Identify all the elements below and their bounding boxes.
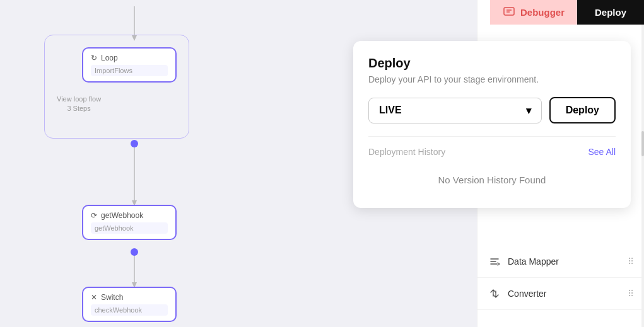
loop-type: Loop [101, 54, 118, 62]
connector-dot-2 [131, 248, 138, 256]
sidebar-item-data-mapper[interactable]: Data Mapper ⠿ [477, 246, 644, 278]
deploy-panel-title: Deploy [368, 56, 616, 71]
debugger-button[interactable]: Debugger [490, 0, 577, 25]
converter-label: Converter [508, 289, 546, 299]
deploy-history-header: Deployment History See All [368, 147, 616, 157]
deploy-panel-subtitle: Deploy your API to your stage environmen… [368, 74, 616, 84]
debugger-label: Debugger [520, 7, 565, 18]
webhook-node[interactable]: ⟳ getWebhook getWebhook [82, 205, 177, 240]
deploy-panel-button[interactable]: Deploy [549, 97, 616, 123]
switch-node[interactable]: ✕ Switch checkWebhook [82, 287, 177, 322]
deploy-panel: Deploy Deploy your API to your stage env… [353, 41, 631, 208]
loop-node[interactable]: ↻ Loop ImportFlows [82, 47, 177, 83]
drag-icon-data-mapper: ⠿ [628, 256, 634, 267]
webhook-name: getWebhook [91, 222, 168, 234]
chevron-down-icon: ▾ [526, 105, 531, 117]
env-select[interactable]: LIVE ▾ [368, 98, 542, 123]
webhook-icon: ⟳ [91, 211, 97, 220]
switch-name: checkWebhook [91, 304, 168, 316]
loop-name: ImportFlows [91, 65, 168, 76]
scrollbar-track [641, 0, 644, 327]
top-toolbar: Debugger Deploy [490, 0, 644, 25]
connector-dot-1 [131, 140, 138, 147]
deploy-divider [368, 136, 616, 137]
switch-type: Switch [101, 293, 123, 302]
webhook-type: getWebhook [101, 211, 143, 220]
loop-info: View loop flow 3 Steps [57, 95, 101, 114]
deploy-top-label: Deploy [595, 7, 626, 18]
deploy-row: LIVE ▾ Deploy [368, 97, 616, 123]
env-value: LIVE [379, 105, 402, 116]
data-mapper-label: Data Mapper [508, 256, 559, 267]
drag-icon-converter: ⠿ [628, 289, 634, 299]
see-all-link[interactable]: See All [588, 147, 616, 157]
deploy-empty-message: No Version History Found [368, 167, 616, 193]
deploy-top-button[interactable]: Deploy [577, 0, 644, 25]
flow-canvas: ↻ Loop ImportFlows View loop flow 3 Step… [0, 0, 353, 327]
sidebar-item-converter[interactable]: Converter ⠿ [477, 278, 644, 310]
deploy-history-label: Deployment History [368, 147, 445, 157]
loop-icon: ↻ [91, 54, 97, 62]
debugger-icon [503, 5, 515, 20]
data-mapper-icon [488, 255, 501, 268]
converter-icon [488, 287, 501, 301]
svg-rect-6 [504, 8, 514, 15]
switch-icon: ✕ [91, 293, 97, 302]
scrollbar-thumb[interactable] [641, 131, 644, 156]
